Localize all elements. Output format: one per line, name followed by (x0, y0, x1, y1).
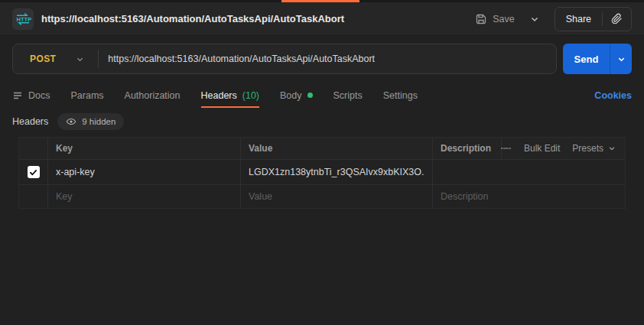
copy-link-button[interactable] (603, 8, 631, 31)
headers-count: (10) (242, 90, 259, 101)
table-actions: Bulk Edit Presets (502, 138, 625, 159)
request-title-bar: HTTP https://localhost:5163/Automation/A… (0, 2, 644, 36)
headers-section-title: Headers (12, 116, 48, 127)
row-checkbox-cell (19, 185, 48, 208)
docs-icon (12, 90, 23, 101)
select-all-cell (19, 138, 48, 159)
description-cell-empty[interactable]: Description (433, 185, 625, 208)
save-options-chevron[interactable] (527, 11, 542, 27)
description-cell[interactable] (433, 160, 625, 184)
tab-body[interactable]: Body (280, 83, 313, 108)
hidden-headers-badge[interactable]: 9 hidden (57, 113, 124, 130)
headers-section-bar: Headers 9 hidden (12, 113, 124, 130)
cookies-link[interactable]: Cookies (594, 83, 632, 108)
save-button[interactable]: Save (473, 10, 516, 28)
share-button-group: Share (555, 7, 632, 31)
value-cell-empty[interactable]: Value (241, 185, 433, 208)
row-checkbox-cell (19, 160, 48, 184)
body-modified-dot (307, 93, 313, 98)
send-button-group: Send (563, 44, 632, 74)
request-title: https://localhost:5163/Automation/AutoTa… (41, 13, 344, 24)
column-header-value: Value (241, 138, 433, 159)
headers-table: Key Value Description Bulk Edit Presets (18, 137, 626, 209)
tab-authorization[interactable]: Authorization (125, 83, 181, 108)
value-cell[interactable]: LGDX1zn138ytnbTi_r3QSAIvx9xbKIX3O... (241, 160, 433, 184)
http-request-icon: HTTP (12, 8, 34, 30)
table-header-row: Key Value Description Bulk Edit Presets (19, 138, 625, 160)
tab-settings[interactable]: Settings (383, 83, 418, 108)
column-header-description: Description (433, 138, 502, 159)
svg-text:HTTP: HTTP (17, 15, 32, 22)
url-input[interactable]: https://localhost:5163/Automation/AutoTa… (108, 54, 375, 64)
key-cell[interactable]: x-api-key (48, 160, 241, 184)
request-url-row: POST https://localhost:5163/Automation/A… (12, 44, 632, 74)
method-chevron-icon (76, 55, 84, 63)
share-label: Share (566, 14, 591, 24)
column-header-key: Key (48, 138, 241, 159)
bulk-edit-button[interactable]: Bulk Edit (524, 143, 560, 154)
presets-chevron-icon (608, 145, 616, 152)
toggle-columns-icon[interactable] (500, 145, 512, 152)
method-select[interactable]: POST (13, 54, 98, 64)
save-label: Save (493, 14, 515, 24)
topbar-actions: Save Share (473, 7, 632, 31)
request-tabs: Docs Params Authorization Headers (10) B… (0, 83, 644, 108)
tab-headers[interactable]: Headers (10) (201, 83, 259, 108)
method-label: POST (30, 54, 56, 64)
key-cell-empty[interactable]: Key (48, 185, 241, 208)
tab-docs[interactable]: Docs (12, 83, 50, 108)
request-url-box: POST https://localhost:5163/Automation/A… (12, 44, 557, 74)
method-url-divider (98, 50, 99, 68)
send-button[interactable]: Send (563, 44, 610, 74)
eye-icon (66, 116, 76, 127)
row-checkbox[interactable] (28, 166, 40, 178)
tab-scripts[interactable]: Scripts (333, 83, 363, 108)
table-row: x-api-key LGDX1zn138ytnbTi_r3QSAIvx9xbKI… (19, 160, 625, 185)
presets-button[interactable]: Presets (572, 143, 616, 154)
save-icon (475, 13, 487, 25)
hidden-count-label: 9 hidden (82, 117, 115, 126)
tab-params[interactable]: Params (70, 83, 103, 108)
paperclip-icon (611, 13, 623, 24)
share-button[interactable]: Share (555, 8, 602, 31)
send-options-chevron[interactable] (610, 44, 632, 74)
table-row-new: Key Value Description (19, 185, 625, 209)
